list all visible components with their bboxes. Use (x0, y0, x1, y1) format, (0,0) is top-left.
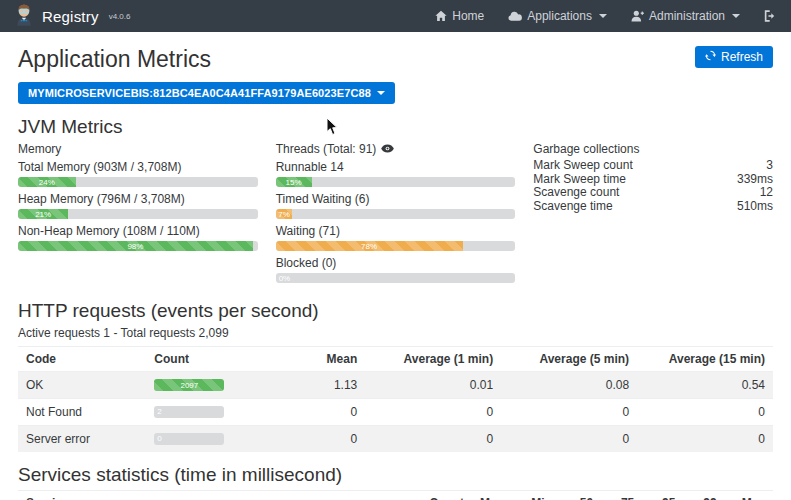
brand-link[interactable]: Registry v4.0.6 (14, 3, 130, 30)
chevron-down-icon (599, 14, 607, 18)
nav-administration[interactable]: Administration (631, 9, 740, 23)
gc-row-scavenge-time: Scavenge time510ms (533, 200, 773, 214)
nav-home-label: Home (452, 9, 484, 23)
waiting-progressbar: 78% (276, 241, 516, 251)
nav-home[interactable]: Home (435, 9, 484, 23)
timed-waiting-progressbar: 7% (276, 209, 516, 219)
user-admin-icon (631, 10, 644, 22)
http-requests-subtitle: Active requests 1 - Total requests 2,099 (18, 326, 773, 340)
metric-label: Non-Heap Memory (108M / 110M) (18, 224, 258, 238)
metric-label: Timed Waiting (6) (276, 192, 516, 206)
services-statistics-table: Service name Count Mean Min p50 p75 p95 … (18, 490, 773, 500)
metric-label: Runnable 14 (276, 160, 516, 174)
memory-column: Memory Total Memory (903M / 3,708M) 24% … (18, 142, 258, 288)
jvm-metrics-grid: Memory Total Memory (903M / 3,708M) 24% … (18, 142, 773, 288)
jhipster-avatar-logo (14, 3, 34, 30)
nonheap-memory-progressbar: 98% (18, 241, 258, 251)
memory-title: Memory (18, 142, 258, 157)
blocked-progressbar: 0% (276, 273, 516, 283)
eye-icon[interactable] (381, 142, 394, 157)
services-table-header: Service name Count Mean Min p50 p75 p95 … (18, 491, 773, 500)
metric-waiting: Waiting (71) 78% (276, 224, 516, 251)
refresh-icon (705, 50, 716, 64)
metric-label: Waiting (71) (276, 224, 516, 238)
page-title: Application Metrics (18, 46, 211, 73)
brand-version: v4.0.6 (109, 12, 131, 21)
instance-selector-dropdown[interactable]: MYMICROSERVICEBIS:812BC4EA0C4A41FFA9179A… (18, 82, 395, 104)
http-table-header: Code Count Mean Average (1 min) Average … (18, 347, 773, 372)
gc-row-scavenge-count: Scavenge count12 (533, 186, 773, 200)
metric-heap-memory: Heap Memory (796M / 3,708M) 21% (18, 192, 258, 219)
nav-administration-label: Administration (649, 9, 725, 23)
heap-memory-progressbar: 21% (18, 209, 258, 219)
home-icon (435, 10, 447, 22)
gc-row-marksweep-time: Mark Sweep time339ms (533, 173, 773, 187)
metric-label: Blocked (0) (276, 256, 516, 270)
refresh-label: Refresh (721, 50, 763, 64)
navbar: Registry v4.0.6 Home Applications Admini… (0, 0, 791, 32)
nav-signout[interactable] (764, 10, 777, 22)
brand-name: Registry (42, 8, 99, 25)
http-requests-heading: HTTP requests (events per second) (18, 300, 773, 322)
ok-count-bar: 2097 (154, 379, 224, 391)
http-requests-table: Code Count Mean Average (1 min) Average … (18, 346, 773, 452)
metric-runnable: Runnable 14 15% (276, 160, 516, 187)
chevron-down-icon (732, 14, 740, 18)
metric-total-memory: Total Memory (903M / 3,708M) 24% (18, 160, 258, 187)
services-statistics-heading: Services statistics (time in millisecond… (18, 464, 773, 486)
metric-nonheap-memory: Non-Heap Memory (108M / 110M) 98% (18, 224, 258, 251)
nav-applications[interactable]: Applications (508, 9, 607, 23)
runnable-progressbar: 15% (276, 177, 516, 187)
nav-items: Home Applications Administration (435, 9, 777, 23)
total-memory-progressbar: 24% (18, 177, 258, 187)
threads-title: Threads (Total: 91) (276, 142, 516, 157)
sign-out-icon (764, 10, 777, 22)
threads-column: Threads (Total: 91) Runnable 14 15% Time… (276, 142, 516, 288)
metric-label: Total Memory (903M / 3,708M) (18, 160, 258, 174)
metric-blocked: Blocked (0) 0% (276, 256, 516, 283)
instance-selector-label: MYMICROSERVICEBIS:812BC4EA0C4A41FFA9179A… (28, 87, 371, 99)
server-error-count-bar: 0 (154, 433, 224, 445)
cloud-icon (508, 11, 522, 22)
table-row-ok: OK 2097 1.13 0.01 0.08 0.54 (18, 372, 773, 399)
nav-applications-label: Applications (527, 9, 592, 23)
metric-label: Heap Memory (796M / 3,708M) (18, 192, 258, 206)
gc-row-marksweep-count: Mark Sweep count3 (533, 159, 773, 173)
jvm-metrics-heading: JVM Metrics (18, 116, 773, 138)
not-found-count-bar: 2 (154, 406, 224, 418)
main-content: Application Metrics Refresh MYMICROSERVI… (0, 32, 791, 500)
table-row-not-found: Not Found 2 0 0 0 0 (18, 399, 773, 426)
refresh-button[interactable]: Refresh (695, 46, 773, 68)
metric-timed-waiting: Timed Waiting (6) 7% (276, 192, 516, 219)
chevron-down-icon (377, 91, 385, 95)
table-row-server-error: Server error 0 0 0 0 0 (18, 426, 773, 453)
garbage-collections-column: Garbage collections Mark Sweep count3 Ma… (533, 142, 773, 288)
gc-title: Garbage collections (533, 142, 773, 157)
